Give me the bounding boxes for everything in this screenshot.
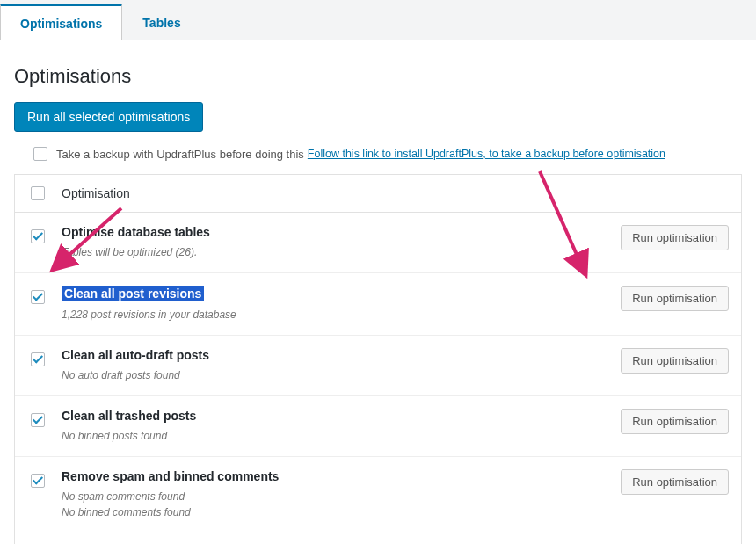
optimisation-row: Clean all trashed postsNo binned posts f… [15, 396, 741, 457]
tabs-bar: Optimisations Tables [0, 0, 756, 40]
table-header-label: Optimisation [62, 186, 130, 200]
optimisation-row: Clean all post revisions1,228 post revis… [15, 273, 741, 336]
run-optimisation-button[interactable]: Run optimisation [621, 225, 729, 250]
row-title: Remove spam and binned comments [62, 469, 279, 483]
optimisation-row: Optimise database tablesTables will be o… [15, 213, 741, 273]
row-checkbox[interactable] [31, 290, 45, 304]
optimisations-table: Optimisation Optimise database tablesTab… [14, 174, 742, 544]
run-optimisation-button[interactable]: Run optimisation [621, 348, 729, 374]
row-checkbox[interactable] [31, 352, 45, 366]
table-header-row: Optimisation [15, 175, 741, 213]
backup-row: Take a backup with UpdraftPlus before do… [30, 144, 742, 163]
row-description: Tables will be optimized (26). [62, 244, 588, 260]
row-checkbox[interactable] [31, 413, 45, 427]
row-description: No binned posts found [62, 428, 588, 444]
row-checkbox[interactable] [31, 229, 45, 243]
run-optimisation-button[interactable]: Run optimisation [621, 286, 729, 311]
tab-tables[interactable]: Tables [122, 4, 200, 40]
optimisation-row: Remove unapproved commentsNo unapproved … [15, 533, 741, 544]
backup-label: Take a backup with UpdraftPlus before do… [56, 148, 304, 161]
select-all-checkbox[interactable] [31, 186, 45, 200]
row-description: No spam comments foundNo binned comments… [62, 489, 588, 520]
backup-link[interactable]: Follow this link to install UpdraftPlus,… [308, 148, 665, 160]
optimisation-row: Remove spam and binned commentsNo spam c… [15, 457, 741, 533]
page-title: Optimisations [14, 65, 742, 88]
row-title: Clean all auto-draft posts [62, 348, 209, 362]
row-description: No auto draft posts found [62, 367, 588, 383]
row-title: Clean all trashed posts [62, 409, 196, 423]
row-description: 1,228 post revisions in your database [62, 307, 588, 323]
tab-optimisations[interactable]: Optimisations [0, 4, 122, 40]
run-optimisation-button[interactable]: Run optimisation [621, 409, 729, 434]
row-checkbox[interactable] [31, 474, 45, 488]
row-title: Clean all post revisions [62, 286, 204, 301]
run-optimisation-button[interactable]: Run optimisation [621, 469, 729, 495]
backup-checkbox[interactable] [33, 147, 47, 161]
row-title: Optimise database tables [62, 225, 210, 239]
optimisation-row: Clean all auto-draft postsNo auto draft … [15, 336, 741, 396]
run-all-button[interactable]: Run all selected optimisations [14, 102, 203, 132]
